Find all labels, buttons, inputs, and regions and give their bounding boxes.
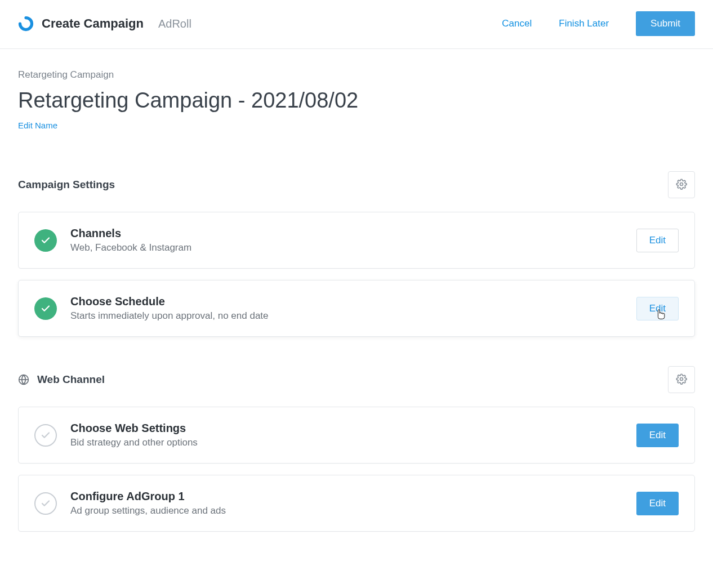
page-title: Retargeting Campaign - 2021/08/02 <box>18 88 695 113</box>
cancel-button[interactable]: Cancel <box>502 18 532 29</box>
section-web-channel: Web Channel Choose Web Settings Bid stra… <box>18 366 695 532</box>
header-brand: AdRoll <box>158 17 191 30</box>
settings-gear-button[interactable] <box>668 171 695 198</box>
header-left: Create Campaign AdRoll <box>18 16 191 32</box>
edit-button[interactable]: Edit <box>636 492 679 515</box>
settings-gear-button[interactable] <box>668 366 695 393</box>
breadcrumb: Retargeting Campaign <box>18 69 695 81</box>
card-title: Choose Web Settings <box>70 422 623 435</box>
checkmark-outline-icon <box>34 424 57 447</box>
svg-point-3 <box>680 377 683 380</box>
section-campaign-settings: Campaign Settings Channels Web, Facebook… <box>18 171 695 337</box>
finish-later-button[interactable]: Finish Later <box>559 18 609 29</box>
card-title: Configure AdGroup 1 <box>70 490 623 503</box>
card-title: Choose Schedule <box>70 295 623 308</box>
header-title: Create Campaign <box>42 16 144 31</box>
card-desc: Web, Facebook & Instagram <box>70 242 623 253</box>
card-desc: Bid strategy and other options <box>70 437 623 448</box>
page-body: Retargeting Campaign Retargeting Campaig… <box>0 49 713 563</box>
section-title: Campaign Settings <box>18 179 115 191</box>
gear-icon <box>676 179 687 191</box>
submit-button[interactable]: Submit <box>636 11 695 36</box>
card-channels: Channels Web, Facebook & Instagram Edit <box>18 212 695 269</box>
card-choose-schedule: Choose Schedule Starts immediately upon … <box>18 280 695 337</box>
section-title: Web Channel <box>37 373 105 386</box>
adroll-logo-icon <box>18 16 34 32</box>
svg-point-0 <box>680 182 683 185</box>
edit-button[interactable]: Edit <box>636 229 679 252</box>
edit-button[interactable]: Edit <box>636 297 679 320</box>
gear-icon <box>676 373 687 386</box>
card-configure-adgroup-1: Configure AdGroup 1 Ad group settings, a… <box>18 475 695 532</box>
globe-icon <box>18 374 29 385</box>
edit-button[interactable]: Edit <box>636 424 679 447</box>
checkmark-icon <box>34 297 57 320</box>
checkmark-icon <box>34 229 57 252</box>
card-title: Channels <box>70 227 623 240</box>
checkmark-outline-icon <box>34 492 57 515</box>
section-header: Web Channel <box>18 366 695 393</box>
card-desc: Starts immediately upon approval, no end… <box>70 310 623 322</box>
edit-name-link[interactable]: Edit Name <box>18 121 57 130</box>
header-actions: Cancel Finish Later Submit <box>502 11 695 36</box>
card-desc: Ad group settings, audience and ads <box>70 505 623 516</box>
section-header: Campaign Settings <box>18 171 695 198</box>
card-web-settings: Choose Web Settings Bid strategy and oth… <box>18 407 695 464</box>
header-bar: Create Campaign AdRoll Cancel Finish Lat… <box>0 0 713 49</box>
